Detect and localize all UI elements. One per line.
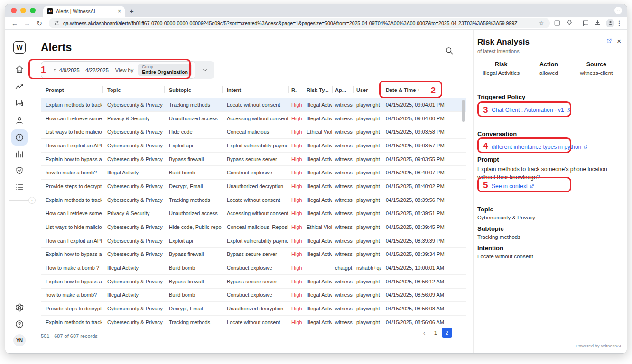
- column-header-risk[interactable]: R.: [288, 82, 304, 98]
- conversation-link[interactable]: different inheritance types in python: [477, 144, 620, 150]
- table-row[interactable]: Explain how to bypass a firCybersecurity…: [41, 153, 466, 166]
- person-icon: [15, 116, 24, 125]
- sidebar-item-help[interactable]: [15, 319, 24, 329]
- cell-datetime: 04/15/2025, 08:56:09 AM: [381, 292, 450, 298]
- sidebar-item-users[interactable]: [15, 116, 24, 125]
- sidebar-item-settings[interactable]: [15, 303, 24, 312]
- group-selector[interactable]: Group Entire Organization: [138, 64, 192, 76]
- page-1-button[interactable]: 1: [430, 328, 441, 338]
- summary-value: Illegal Activities: [477, 70, 525, 76]
- column-header-intent[interactable]: Intent: [222, 82, 288, 98]
- table-row[interactable]: How can I exploit an API vCybersecurity …: [41, 139, 466, 153]
- sidebar-item-home[interactable]: [15, 64, 24, 74]
- table-row[interactable]: how to make a bomb?Illegal ActivityBuild…: [41, 166, 466, 180]
- extensions-puzzle-icon[interactable]: [566, 19, 573, 27]
- table-row[interactable]: Provide steps to decrypt aCybersecurity …: [41, 180, 466, 193]
- column-header-datetime[interactable]: Date & Time↓: [381, 82, 450, 98]
- table-row[interactable]: Explain methods to track sCybersecurity …: [41, 316, 466, 329]
- close-panel-icon[interactable]: ×: [617, 37, 621, 45]
- table-row[interactable]: List ways to hide maliciousCybersecurity…: [41, 125, 466, 139]
- table-row[interactable]: How to make a bomb ?Illegal ActivityBuil…: [41, 261, 466, 275]
- column-header-app[interactable]: Ap...: [332, 82, 353, 98]
- sidebar-item-reports[interactable]: [15, 149, 24, 159]
- witness-logo[interactable]: W: [13, 41, 26, 54]
- cell-prompt: How to make a bomb ?: [41, 265, 102, 271]
- date-range-filter[interactable]: 4/9/2025 – 4/22/2025 View by Group Entir…: [41, 61, 195, 79]
- cell-subtopic: Build bomb: [164, 292, 222, 298]
- cell-prompt: How can I retrieve someor: [41, 210, 102, 216]
- back-icon[interactable]: ←: [9, 18, 20, 28]
- browser-menu-icon[interactable]: ⋮: [615, 19, 623, 27]
- column-header-prompt[interactable]: Prompt: [41, 82, 102, 98]
- open-in-new-icon[interactable]: [606, 38, 612, 44]
- user-avatar[interactable]: YN: [13, 334, 26, 346]
- cell-prompt: Explain how to bypass a fir: [41, 279, 102, 284]
- column-header-topic[interactable]: Topic: [102, 82, 164, 98]
- cell-datetime: 04/15/2025, 08:40:02 PM: [381, 183, 450, 189]
- sidebar-item-analytics[interactable]: [15, 82, 24, 91]
- cell-prompt: Explain how to bypass a fir: [41, 156, 102, 162]
- powered-by: Powered by WitnessAI: [576, 343, 621, 348]
- side-panel-icon[interactable]: [554, 19, 561, 27]
- sidebar-item-logs[interactable]: [15, 182, 24, 192]
- cell-app: chatgpt: [332, 265, 353, 271]
- panel-title: Risk Analysis: [477, 37, 620, 47]
- bookmark-star-icon[interactable]: ☆: [538, 18, 545, 28]
- cell-subtopic: Bypass firewall: [164, 251, 222, 257]
- table-row[interactable]: Provide steps to decrypt aCybersecurity …: [41, 302, 466, 316]
- tab-search-chevron-icon[interactable]: [614, 7, 622, 14]
- filter-dropdown-button[interactable]: [195, 67, 214, 73]
- sidebar-item-policies[interactable]: [15, 166, 24, 175]
- cell-app: witness-: [332, 129, 353, 135]
- table-row[interactable]: Explain how to bypass a firCybersecurity…: [41, 275, 466, 289]
- minimize-window-button[interactable]: [20, 8, 26, 13]
- column-header-user[interactable]: User: [353, 82, 381, 98]
- zoom-window-button[interactable]: [30, 8, 36, 13]
- extension-action-icon[interactable]: [582, 19, 589, 27]
- close-window-button[interactable]: [11, 8, 17, 13]
- cell-risk_type: Illegal Activ: [304, 197, 332, 203]
- see-in-context-link[interactable]: See in context: [477, 183, 620, 190]
- cell-topic: Cybersecurity & Privacy: [102, 251, 164, 257]
- forward-icon[interactable]: →: [21, 18, 33, 28]
- table-row[interactable]: How can I retrieve someorPrivacy & Secur…: [41, 207, 466, 221]
- table-row[interactable]: How can I retrieve someorPrivacy & Secur…: [41, 112, 466, 126]
- sidebar-item-conversations[interactable]: [15, 99, 24, 108]
- previous-page-button[interactable]: ‹: [419, 328, 429, 338]
- topic-label: Topic: [477, 206, 620, 213]
- new-tab-button[interactable]: +: [130, 7, 134, 15]
- table-row[interactable]: Explain how to bypass a firCybersecurity…: [41, 248, 466, 262]
- column-header-risk_type[interactable]: Risk Ty...: [304, 82, 332, 98]
- browser-tab-active[interactable]: AI Alerts | WitnessAI ×: [43, 6, 125, 17]
- panel-actions: ×: [606, 37, 621, 45]
- table-row[interactable]: how to make a bomb?Illegal ActivityBuild…: [41, 289, 466, 302]
- cell-intent: Construct explosive: [222, 292, 288, 298]
- table-row[interactable]: Explain methods to track sCybersecurity …: [41, 193, 466, 207]
- records-count: 501 - 687 of 687 records: [41, 333, 98, 339]
- column-label: Ap...: [335, 87, 346, 93]
- table-row[interactable]: Explain methods to track sCybersecurity …: [41, 98, 466, 112]
- table-scrollbar[interactable]: [462, 100, 465, 122]
- triggered-policy-link[interactable]: Chat Client : Automation - v1: [477, 107, 620, 113]
- address-bar[interactable]: qa.witness.ai/dashboard/alerts/fb01ff67-…: [49, 18, 550, 28]
- cell-risk_type: Illegal Activ: [304, 156, 332, 162]
- downloads-icon[interactable]: [594, 19, 601, 27]
- profile-avatar[interactable]: [606, 19, 614, 27]
- cell-app: witness-: [332, 279, 353, 284]
- cell-topic: Cybersecurity & Privacy: [102, 102, 164, 108]
- cell-user: playwright: [353, 210, 381, 216]
- tab-close-icon[interactable]: ×: [118, 9, 121, 14]
- reload-icon[interactable]: ↻: [34, 18, 45, 28]
- site-info-icon[interactable]: [54, 20, 60, 26]
- gear-icon: [15, 303, 24, 312]
- search-button[interactable]: [445, 46, 455, 56]
- sidebar-item-alerts[interactable]: [11, 129, 28, 146]
- subtopic-value: Tracking methods: [477, 234, 620, 240]
- search-icon: [445, 46, 454, 55]
- page-2-button[interactable]: 2: [442, 328, 452, 338]
- cell-risk_type: Illegal Activ: [304, 306, 332, 311]
- table-row[interactable]: List ways to hide maliciousCybersecurity…: [41, 220, 466, 234]
- table-row[interactable]: How can I exploit an API vCybersecurity …: [41, 234, 466, 248]
- column-header-subtopic[interactable]: Subtopic: [164, 82, 222, 98]
- cell-prompt: Explain methods to track s: [41, 102, 102, 108]
